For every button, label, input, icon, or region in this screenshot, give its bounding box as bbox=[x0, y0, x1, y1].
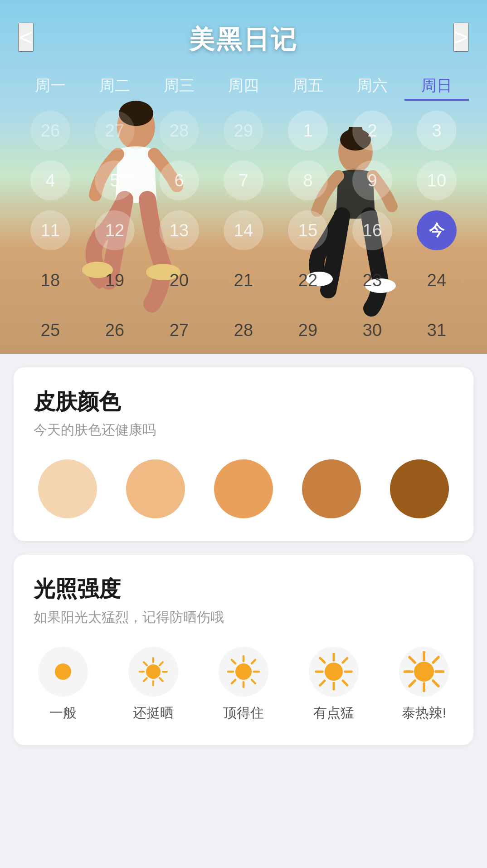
skin-color-5[interactable] bbox=[390, 459, 449, 518]
prev-month-button[interactable]: < bbox=[18, 23, 34, 52]
day-cell[interactable]: 16 bbox=[340, 208, 404, 253]
day-number[interactable]: 26 bbox=[95, 310, 135, 350]
day-number[interactable]: 6 bbox=[159, 161, 199, 200]
day-cell[interactable]: 6 bbox=[147, 158, 211, 203]
light-label-4: 有点猛 bbox=[313, 704, 354, 722]
day-number[interactable]: 23 bbox=[352, 260, 392, 300]
skin-color-title: 皮肤颜色 bbox=[34, 387, 453, 416]
day-cell[interactable]: 1 bbox=[276, 108, 340, 153]
day-number[interactable]: 21 bbox=[224, 260, 263, 300]
day-number[interactable]: 14 bbox=[224, 210, 263, 250]
day-cell[interactable]: 31 bbox=[404, 307, 469, 353]
day-number[interactable]: 15 bbox=[288, 210, 328, 250]
light-label-3: 顶得住 bbox=[223, 704, 264, 722]
day-cell[interactable]: 10 bbox=[404, 158, 469, 203]
day-number[interactable]: 22 bbox=[288, 260, 328, 300]
day-cell[interactable]: 12 bbox=[83, 208, 147, 253]
day-cell[interactable]: 11 bbox=[18, 208, 83, 253]
svg-line-17 bbox=[144, 678, 147, 681]
day-number[interactable]: 18 bbox=[30, 260, 70, 300]
skin-color-2[interactable] bbox=[126, 459, 185, 518]
day-number[interactable]: 29 bbox=[288, 310, 328, 350]
app-container: < 美黑日记 > 周一 周二 周三 周四 周五 周六 周日 26 27 28 2… bbox=[0, 0, 487, 868]
day-number[interactable]: 31 bbox=[417, 310, 457, 350]
day-number[interactable]: 28 bbox=[159, 111, 199, 151]
day-cell[interactable]: 3 bbox=[404, 108, 469, 153]
day-cell[interactable]: 2 bbox=[340, 108, 404, 153]
day-cell[interactable]: 19 bbox=[83, 258, 147, 303]
day-cell[interactable]: 5 bbox=[83, 158, 147, 203]
day-cell[interactable]: 28 bbox=[211, 307, 276, 353]
day-cell[interactable]: 8 bbox=[276, 158, 340, 203]
light-intensity-card: 光照强度 如果阳光太猛烈，记得防晒伤哦 一般 bbox=[14, 555, 473, 745]
day-number[interactable]: 29 bbox=[224, 111, 263, 151]
day-cell[interactable]: 29 bbox=[276, 307, 340, 353]
day-cell[interactable]: 25 bbox=[18, 307, 83, 353]
day-number[interactable]: 3 bbox=[417, 111, 457, 151]
day-cell[interactable]: 29 bbox=[211, 108, 276, 153]
sun-container-2 bbox=[128, 647, 178, 697]
day-number[interactable]: 11 bbox=[30, 210, 70, 250]
day-number[interactable]: 20 bbox=[159, 260, 199, 300]
day-cell[interactable]: 22 bbox=[276, 258, 340, 303]
day-number[interactable]: 4 bbox=[30, 161, 70, 200]
weekday-fri: 周五 bbox=[276, 75, 340, 101]
sun-icon-3 bbox=[226, 654, 261, 689]
svg-line-15 bbox=[160, 678, 163, 681]
day-cell[interactable]: 20 bbox=[147, 258, 211, 303]
day-cell[interactable]: 13 bbox=[147, 208, 211, 253]
svg-point-45 bbox=[414, 662, 434, 682]
day-cell[interactable]: 今 bbox=[404, 208, 469, 253]
light-level-2[interactable]: 还挺晒 bbox=[128, 647, 178, 722]
day-cell[interactable]: 14 bbox=[211, 208, 276, 253]
day-number[interactable]: 5 bbox=[95, 161, 135, 200]
day-cell[interactable]: 9 bbox=[340, 158, 404, 203]
next-month-button[interactable]: > bbox=[453, 23, 469, 52]
day-cell[interactable]: 24 bbox=[404, 258, 469, 303]
day-number[interactable]: 12 bbox=[95, 210, 135, 250]
svg-point-18 bbox=[146, 664, 161, 679]
day-number[interactable]: 28 bbox=[224, 310, 263, 350]
day-cell[interactable]: 15 bbox=[276, 208, 340, 253]
day-cell[interactable]: 23 bbox=[340, 258, 404, 303]
day-number[interactable]: 24 bbox=[417, 260, 457, 300]
day-cell[interactable]: 30 bbox=[340, 307, 404, 353]
light-level-4[interactable]: 有点猛 bbox=[309, 647, 359, 722]
day-cell[interactable]: 27 bbox=[147, 307, 211, 353]
day-cell[interactable]: 4 bbox=[18, 158, 83, 203]
svg-line-24 bbox=[252, 680, 255, 683]
light-label-2: 还挺晒 bbox=[133, 704, 174, 722]
day-number[interactable]: 7 bbox=[224, 161, 263, 200]
day-number[interactable]: 30 bbox=[352, 310, 392, 350]
day-number[interactable]: 26 bbox=[30, 111, 70, 151]
today-button[interactable]: 今 bbox=[417, 210, 457, 250]
skin-color-3[interactable] bbox=[214, 459, 273, 518]
day-cell[interactable]: 26 bbox=[18, 108, 83, 153]
day-cell[interactable]: 7 bbox=[211, 158, 276, 203]
day-number[interactable]: 25 bbox=[30, 310, 70, 350]
light-level-3[interactable]: 顶得住 bbox=[219, 647, 268, 722]
light-level-5[interactable]: 泰热辣! bbox=[399, 647, 449, 722]
svg-point-9 bbox=[55, 663, 71, 680]
svg-line-35 bbox=[320, 681, 325, 685]
weekday-mon: 周一 bbox=[18, 75, 83, 101]
day-number[interactable]: 19 bbox=[95, 260, 135, 300]
day-number[interactable]: 1 bbox=[288, 111, 328, 151]
day-number[interactable]: 9 bbox=[352, 161, 392, 200]
day-number[interactable]: 13 bbox=[159, 210, 199, 250]
day-number[interactable]: 2 bbox=[352, 111, 392, 151]
light-level-1[interactable]: 一般 bbox=[38, 647, 88, 722]
skin-color-4[interactable] bbox=[302, 459, 361, 518]
day-number[interactable]: 16 bbox=[352, 210, 392, 250]
svg-line-34 bbox=[343, 658, 347, 663]
day-number[interactable]: 27 bbox=[159, 310, 199, 350]
day-cell[interactable]: 27 bbox=[83, 108, 147, 153]
day-cell[interactable]: 18 bbox=[18, 258, 83, 303]
day-number[interactable]: 27 bbox=[95, 111, 135, 151]
day-cell[interactable]: 26 bbox=[83, 307, 147, 353]
day-number[interactable]: 10 bbox=[417, 161, 457, 200]
day-cell[interactable]: 28 bbox=[147, 108, 211, 153]
day-cell[interactable]: 21 bbox=[211, 258, 276, 303]
skin-color-1[interactable] bbox=[38, 459, 97, 518]
day-number[interactable]: 8 bbox=[288, 161, 328, 200]
